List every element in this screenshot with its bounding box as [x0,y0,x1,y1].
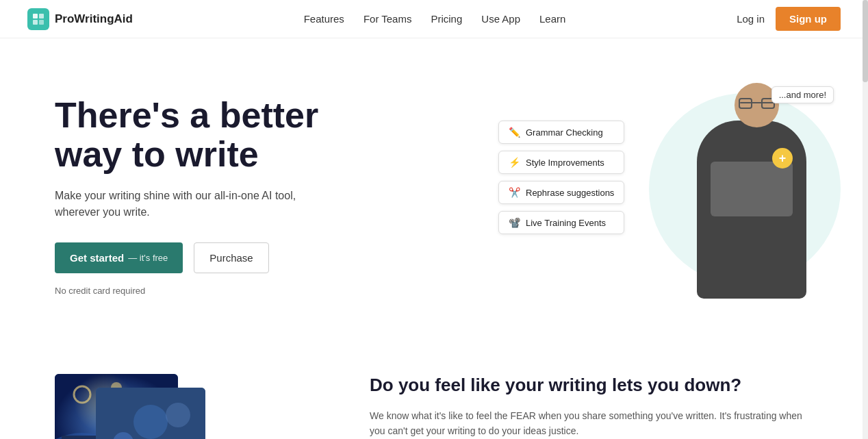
logo-icon [27,8,49,30]
page-scrollbar[interactable] [863,0,868,439]
free-label: — it's free [128,253,168,263]
signup-button[interactable]: Sign up [776,7,841,31]
nav-link-learn[interactable]: Learn [539,13,565,25]
pill-training-label: Live Training Events [526,218,606,228]
feature-pills: ✏️ Grammar Checking ⚡ Style Improvements… [498,121,624,234]
svg-point-5 [74,386,90,403]
navbar: ProWritingAid Features For Teams Pricing… [0,0,868,38]
svg-rect-2 [33,20,38,25]
pill-rephrase: ✂️ Rephrase suggestions [498,181,624,204]
hero-title-line1: There's a better [55,95,318,135]
get-started-button[interactable]: Get started — it's free [55,242,183,273]
section2-right: Do you feel like your writing lets you d… [370,367,813,439]
section2-text: We know what it's like to feel the FEAR … [370,408,813,439]
hero-right: ...and more! ✏️ Grammar Checking ⚡ Style… [498,79,841,312]
pill-grammar: ✏️ Grammar Checking [498,121,624,144]
no-cc-text: No credit card required [55,286,397,296]
hero-title-line2: way to write [55,134,259,174]
scrollbar-thumb[interactable] [863,0,868,82]
style-icon: ⚡ [509,157,520,168]
nav-links: Features For Teams Pricing Use App Learn [304,13,566,25]
hero-illustration: ...and more! ✏️ Grammar Checking ⚡ Style… [498,79,841,312]
svg-point-10 [133,405,168,439]
pill-rephrase-label: Rephrase suggestions [526,188,614,198]
purchase-button[interactable]: Purchase [194,242,268,273]
nav-actions: Log in Sign up [737,7,841,31]
person-illustration [683,79,820,299]
section2-title: Do you feel like your writing lets you d… [370,374,813,397]
pill-style: ⚡ Style Improvements [498,151,624,174]
svg-rect-0 [33,14,38,18]
pill-grammar-label: Grammar Checking [526,127,603,138]
nav-link-for-teams[interactable]: For Teams [363,13,412,25]
hero-section: There's a better way to write Make your … [0,38,868,340]
section2-left: My idea in my head [55,367,315,439]
hero-buttons: Get started — it's free Purchase [55,242,397,273]
laptop [711,162,793,216]
svg-rect-8 [62,436,96,439]
pill-style-label: Style Improvements [526,158,604,168]
hero-title: There's a better way to write [55,96,397,174]
art-svg-2 [96,388,205,439]
logo-text: ProWritingAid [55,12,133,26]
nav-link-use-app[interactable]: Use App [481,13,520,25]
hero-subtitle: Make your writing shine with our all-in-… [55,188,397,221]
grammar-icon: ✏️ [509,127,520,138]
nav-logo[interactable]: ProWritingAid [27,8,133,30]
and-more-bubble: ...and more! [771,86,834,103]
plus-badge: + [772,148,793,168]
pill-training: 📽️ Live Training Events [498,211,624,234]
svg-point-12 [166,403,190,427]
svg-rect-1 [39,14,44,18]
person-body [697,121,806,299]
hero-left: There's a better way to write Make your … [55,96,397,296]
get-started-label: Get started [70,252,124,264]
rephrase-icon: ✂️ [509,187,520,198]
svg-rect-3 [39,20,44,25]
section2: My idea in my head Do you feel like your… [0,340,868,439]
training-icon: 📽️ [509,217,520,228]
nav-link-features[interactable]: Features [304,13,344,25]
login-button[interactable]: Log in [737,13,765,25]
art-box-2 [96,388,205,439]
nav-link-pricing[interactable]: Pricing [431,13,462,25]
